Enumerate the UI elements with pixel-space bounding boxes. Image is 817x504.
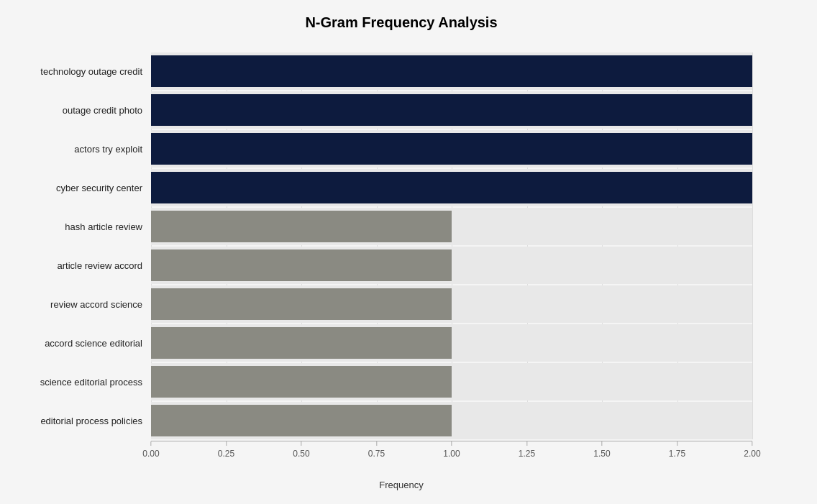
bar-row: outage credit photo — [151, 91, 752, 129]
tick-line — [677, 441, 677, 446]
grid-line — [752, 52, 753, 439]
bar-label: cyber security center — [11, 183, 151, 193]
bar-fill — [151, 405, 452, 436]
bar-fill — [151, 55, 752, 87]
bar-label: hash article review — [11, 221, 151, 232]
bar-row: cyber security center — [151, 169, 752, 206]
tick-line — [451, 441, 452, 446]
bar-fill — [151, 172, 752, 203]
tick-line — [150, 441, 151, 446]
bar-fill — [151, 249, 452, 281]
tick-label: 0.00 — [142, 449, 159, 459]
chart-container: N-Gram Frequency Analysis technology out… — [0, 0, 817, 504]
tick-line — [226, 441, 227, 446]
bar-label: article review accord — [11, 260, 151, 271]
tick-line — [752, 441, 752, 446]
tick-label: 1.75 — [669, 449, 685, 459]
bar-fill — [151, 133, 752, 165]
x-tick: 0.25 — [218, 441, 234, 459]
bar-row: technology outage credit — [151, 52, 752, 90]
tick-line — [601, 441, 602, 446]
x-tick: 2.00 — [744, 441, 760, 459]
x-tick: 1.50 — [593, 441, 610, 459]
bar-label: editorial process policies — [11, 416, 151, 426]
tick-label: 1.50 — [593, 449, 610, 459]
tick-line — [301, 441, 301, 446]
bar-label: accord science editorial — [11, 338, 151, 349]
bar-label: technology outage credit — [11, 66, 151, 77]
bar-row: review accord science — [151, 285, 752, 323]
tick-label: 2.00 — [744, 449, 760, 459]
tick-line — [376, 441, 377, 446]
bar-row: actors try exploit — [151, 130, 752, 168]
tick-label: 1.25 — [519, 449, 535, 459]
tick-line — [526, 441, 527, 446]
bar-row: editorial process policies — [151, 402, 752, 439]
bar-fill — [151, 327, 452, 359]
bar-row: accord science editorial — [151, 324, 752, 362]
x-tick: 0.00 — [142, 441, 159, 459]
bar-row: hash article review — [151, 208, 752, 245]
bar-label: review accord science — [11, 299, 151, 310]
tick-label: 0.75 — [368, 449, 385, 459]
bar-label: outage credit photo — [11, 105, 151, 116]
bar-fill — [151, 94, 752, 126]
bar-fill — [151, 366, 452, 398]
x-tick: 1.75 — [669, 441, 685, 459]
tick-label: 0.50 — [293, 449, 309, 459]
bar-label: science editorial process — [11, 377, 151, 388]
x-tick: 0.50 — [293, 441, 309, 459]
tick-label: 1.00 — [443, 449, 460, 459]
chart-title: N-Gram Frequency Analysis — [7, 14, 795, 31]
bar-row: science editorial process — [151, 363, 752, 400]
bar-fill — [151, 288, 452, 320]
bar-label: actors try exploit — [11, 144, 151, 155]
x-axis-label: Frequency — [7, 480, 795, 490]
x-tick: 0.75 — [368, 441, 385, 459]
bar-row: article review accord — [151, 247, 752, 284]
bar-fill — [151, 211, 452, 242]
x-tick: 1.25 — [519, 441, 535, 459]
tick-label: 0.25 — [218, 449, 234, 459]
x-tick: 1.00 — [443, 441, 460, 459]
